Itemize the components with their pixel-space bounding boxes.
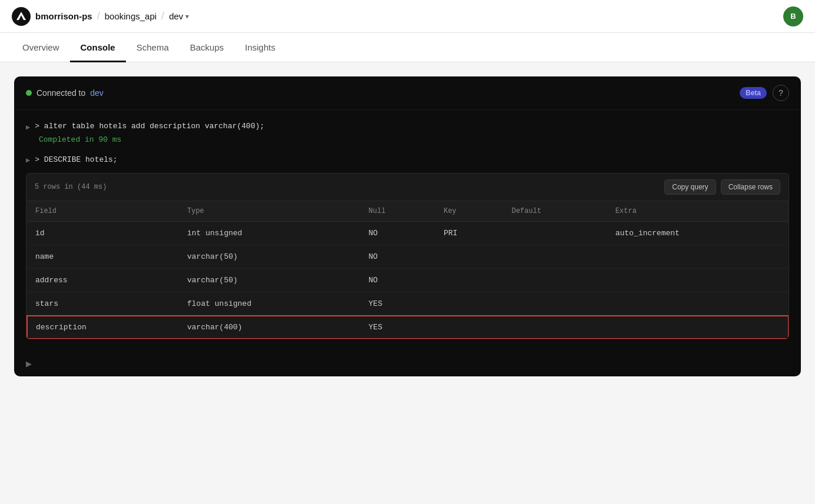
col-type: Type	[179, 201, 360, 222]
status-dot-icon	[26, 90, 32, 96]
cell-field: id	[27, 222, 179, 245]
tab-insights[interactable]: Insights	[234, 33, 286, 62]
col-null: Null	[360, 201, 435, 222]
console-panel: Connected to dev Beta ? ▶ > alter table …	[14, 76, 801, 376]
console-body: ▶ > alter table hotels add description v…	[14, 110, 801, 351]
cell-null: YES	[360, 292, 435, 316]
cell-key: PRI	[435, 222, 504, 245]
result-block: ▶ > DESCRIBE hotels; 5 rows in (44 ms) C…	[26, 155, 789, 339]
cell-default	[503, 269, 607, 292]
query-text-1: > alter table hotels add description var…	[35, 122, 264, 131]
cell-null: YES	[360, 316, 435, 339]
cell-null: NO	[360, 245, 435, 269]
cell-type: float unsigned	[179, 292, 360, 316]
console-header-right: Beta ?	[740, 85, 789, 101]
avatar[interactable]: B	[783, 6, 803, 26]
cell-extra	[607, 316, 789, 339]
connected-label: Connected to	[36, 88, 85, 98]
tab-schema[interactable]: Schema	[126, 33, 179, 62]
cell-default	[503, 222, 607, 245]
cell-extra	[607, 245, 789, 269]
chevron-down-icon: ▾	[185, 12, 189, 21]
cell-null: NO	[360, 269, 435, 292]
table-header-row: Field Type Null Key Default Extra	[27, 201, 789, 222]
console-header: Connected to dev Beta ?	[14, 76, 801, 110]
copy-query-button[interactable]: Copy query	[664, 179, 716, 195]
col-field: Field	[27, 201, 179, 222]
table-row-count: 5 rows in (44 ms)	[35, 183, 107, 191]
query-line-2: ▶ > DESCRIBE hotels;	[26, 155, 789, 165]
connection-status: Connected to dev	[26, 88, 104, 98]
chevron-right-icon-2[interactable]: ▶	[26, 156, 30, 165]
brand-logo-icon	[12, 7, 31, 26]
branch-label: dev	[169, 11, 183, 21]
sep1: /	[97, 10, 100, 22]
table-header: Field Type Null Key Default Extra	[27, 201, 789, 222]
table-row: name varchar(50) NO	[27, 245, 789, 269]
results-table: Field Type Null Key Default Extra id	[26, 201, 789, 339]
table-meta-bar: 5 rows in (44 ms) Copy query Collapse ro…	[26, 173, 789, 201]
table-meta-buttons: Copy query Collapse rows	[664, 179, 780, 195]
cell-type: varchar(400)	[179, 316, 360, 339]
tab-overview[interactable]: Overview	[12, 33, 70, 62]
topbar: bmorrison-ps / bookings_api / dev ▾ B	[0, 0, 815, 33]
table-body: id int unsigned NO PRI auto_increment na…	[27, 222, 789, 339]
table-row: id int unsigned NO PRI auto_increment	[27, 222, 789, 245]
col-extra: Extra	[607, 201, 789, 222]
cell-extra: auto_increment	[607, 222, 789, 245]
brand-area: bmorrison-ps	[12, 7, 92, 26]
connected-branch[interactable]: dev	[90, 88, 104, 98]
cell-field: name	[27, 245, 179, 269]
table-row-highlighted: description varchar(400) YES	[27, 316, 789, 339]
cell-extra	[607, 292, 789, 316]
tab-backups[interactable]: Backups	[179, 33, 235, 62]
col-key: Key	[435, 201, 504, 222]
cell-key	[435, 292, 504, 316]
cell-key	[435, 245, 504, 269]
branch-selector[interactable]: dev ▾	[169, 11, 189, 21]
table-row: stars float unsigned YES	[27, 292, 789, 316]
completed-text: Completed in 90 ms	[39, 135, 789, 144]
cell-default	[503, 245, 607, 269]
cell-default	[503, 292, 607, 316]
cell-type: varchar(50)	[179, 245, 360, 269]
query-block-1: ▶ > alter table hotels add description v…	[26, 122, 789, 144]
cell-type: int unsigned	[179, 222, 360, 245]
cell-default	[503, 316, 607, 339]
cell-field: description	[27, 316, 179, 339]
cell-extra	[607, 269, 789, 292]
help-button[interactable]: ?	[773, 85, 789, 101]
console-footer: ▶	[14, 351, 801, 376]
main-content: Connected to dev Beta ? ▶ > alter table …	[0, 62, 815, 390]
cell-type: varchar(50)	[179, 269, 360, 292]
cell-key	[435, 316, 504, 339]
result-table-wrapper: 5 rows in (44 ms) Copy query Collapse ro…	[26, 173, 789, 339]
chevron-right-icon-footer[interactable]: ▶	[26, 359, 32, 368]
chevron-right-icon-1[interactable]: ▶	[26, 123, 30, 132]
col-default: Default	[503, 201, 607, 222]
beta-badge: Beta	[740, 87, 767, 99]
sep2: /	[161, 10, 164, 22]
db-name: bookings_api	[105, 11, 157, 21]
cell-field: address	[27, 269, 179, 292]
cell-field: stars	[27, 292, 179, 316]
collapse-rows-button[interactable]: Collapse rows	[721, 179, 780, 195]
brand-name: bmorrison-ps	[35, 11, 92, 21]
cell-null: NO	[360, 222, 435, 245]
cell-key	[435, 269, 504, 292]
tab-console[interactable]: Console	[70, 33, 126, 62]
table-row: address varchar(50) NO	[27, 269, 789, 292]
query-line-1: ▶ > alter table hotels add description v…	[26, 122, 789, 132]
query-text-2: > DESCRIBE hotels;	[35, 155, 117, 164]
tab-nav: Overview Console Schema Backups Insights	[0, 33, 815, 62]
